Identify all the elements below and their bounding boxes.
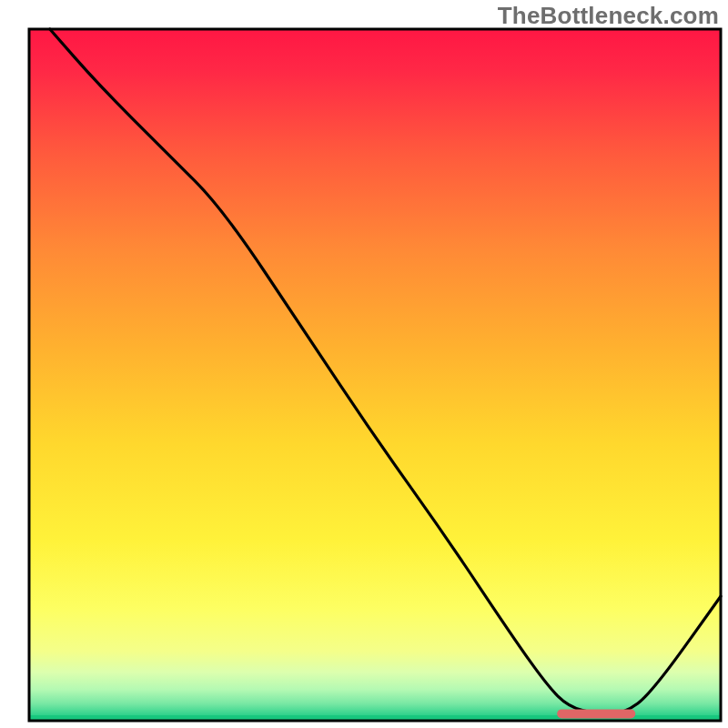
bottleneck-chart — [0, 0, 728, 728]
chart-stage: TheBottleneck.com — [0, 0, 728, 728]
watermark-text: TheBottleneck.com — [498, 2, 719, 30]
plot-background — [29, 29, 721, 721]
